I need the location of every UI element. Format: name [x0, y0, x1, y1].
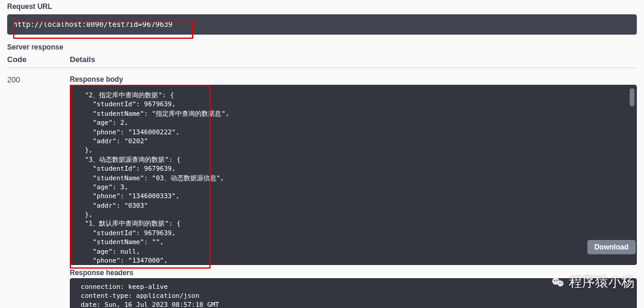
svg-point-3	[556, 280, 558, 281]
scrollbar[interactable]	[630, 88, 636, 261]
response-table-header: Code Details	[7, 55, 637, 68]
server-response-section: Server response Code Details 200 Respons…	[7, 43, 637, 308]
request-url-label: Request URL	[7, 2, 637, 11]
response-code: 200	[7, 75, 70, 308]
watermark: 程序猿小杨	[551, 273, 634, 291]
col-code-header: Code	[7, 55, 70, 64]
server-response-label: Server response	[7, 43, 637, 51]
col-details-header: Details	[70, 55, 637, 64]
request-url-section: Request URL http://localhost:8090/test?i…	[7, 2, 637, 35]
svg-point-2	[554, 280, 555, 281]
scrollbar-thumb[interactable]	[630, 88, 634, 106]
request-url-value: http://localhost:8090/test?id=9679639	[7, 14, 637, 35]
svg-point-1	[558, 281, 564, 287]
response-row: 200 Response body "2、指定库中查询的数据": { "stud…	[7, 68, 637, 308]
watermark-text: 程序猿小杨	[569, 273, 634, 291]
svg-point-4	[559, 282, 561, 284]
svg-point-5	[561, 282, 562, 284]
response-body[interactable]: "2、指定库中查询的数据": { "studentId": 9679639, "…	[70, 85, 637, 265]
response-body-label: Response body	[70, 75, 637, 84]
wechat-icon	[551, 275, 565, 289]
download-button[interactable]: Download	[587, 240, 636, 254]
